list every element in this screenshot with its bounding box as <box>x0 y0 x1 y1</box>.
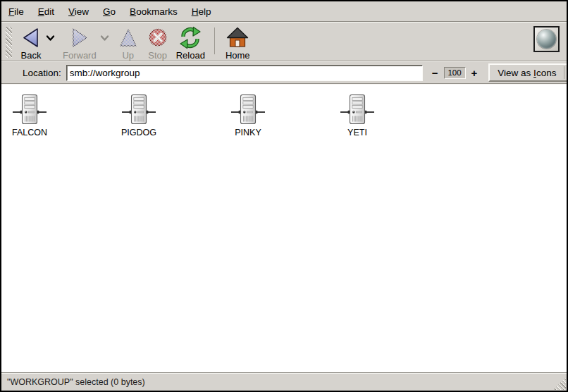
reload-label: Reload <box>176 50 205 61</box>
toolbar: Back Forward Up <box>1 23 567 61</box>
home-button[interactable]: Home <box>222 25 254 61</box>
server-icon <box>340 93 374 125</box>
window-resize-grip[interactable] <box>553 377 566 390</box>
server-icon <box>13 93 47 125</box>
server-item-pigdog[interactable]: PIGDOG <box>111 93 167 137</box>
toolbar-drag-handle[interactable] <box>6 27 12 58</box>
reload-icon <box>179 26 202 49</box>
menu-go[interactable]: Go <box>96 4 123 20</box>
server-label: PINKY <box>235 128 261 137</box>
server-item-pinky[interactable]: PINKY <box>220 93 276 137</box>
dropdown-arrow-icon <box>564 65 568 80</box>
chevron-down-icon <box>46 35 55 42</box>
stop-label: Stop <box>148 50 167 61</box>
forward-label: Forward <box>63 50 97 61</box>
server-label: PIGDOG <box>121 128 156 137</box>
throbber-sphere-icon <box>537 30 556 49</box>
back-label: Back <box>21 50 42 61</box>
zoom-out-button[interactable]: − <box>429 68 441 78</box>
view-as-label: View as Icons <box>490 65 564 80</box>
zoom-level-indicator: 100 <box>444 67 466 79</box>
server-icon <box>122 93 156 125</box>
back-icon <box>20 26 42 49</box>
server-label: FALCON <box>12 128 47 137</box>
status-text: "WORKGROUP" selected (0 bytes) <box>7 377 145 387</box>
up-label: Up <box>122 50 134 61</box>
stop-icon <box>147 26 169 49</box>
menu-file[interactable]: File <box>1 4 31 20</box>
zoom-in-button[interactable]: + <box>469 68 481 78</box>
menu-bookmarks[interactable]: Bookmarks <box>123 4 185 20</box>
back-history-dropdown[interactable] <box>46 35 55 42</box>
view-as-selector[interactable]: View as Icons <box>488 63 568 82</box>
back-button[interactable]: Back <box>16 25 46 61</box>
server-label: YETI <box>347 128 367 137</box>
home-icon <box>226 26 249 49</box>
up-icon <box>117 26 140 49</box>
location-bar: Location: − 100 + View as Icons <box>1 62 567 83</box>
forward-button[interactable]: Forward <box>59 25 100 61</box>
server-item-yeti[interactable]: YETI <box>329 93 385 137</box>
menu-edit[interactable]: Edit <box>31 4 61 20</box>
reload-button[interactable]: Reload <box>173 25 209 61</box>
statusbar: "WORKGROUP" selected (0 bytes) <box>1 374 567 391</box>
home-label: Home <box>226 50 250 61</box>
menubar: File Edit View Go Bookmarks Help <box>1 1 567 21</box>
nautilus-throbber <box>533 26 560 52</box>
stop-button[interactable]: Stop <box>143 25 173 61</box>
server-icon <box>231 93 265 125</box>
up-button[interactable]: Up <box>113 25 143 61</box>
menu-help[interactable]: Help <box>185 4 218 20</box>
toolbar-separator <box>214 27 215 54</box>
nautilus-window: File Edit View Go Bookmarks Help Back Fo… <box>0 0 568 392</box>
icon-view: FALCON P <box>1 85 567 372</box>
server-item-falcon[interactable]: FALCON <box>1 93 58 137</box>
chevron-down-icon <box>100 35 109 42</box>
location-label: Location: <box>23 68 61 78</box>
menu-view[interactable]: View <box>61 4 96 20</box>
location-input[interactable] <box>66 65 423 81</box>
forward-history-dropdown[interactable] <box>100 35 109 42</box>
forward-icon <box>68 26 91 49</box>
